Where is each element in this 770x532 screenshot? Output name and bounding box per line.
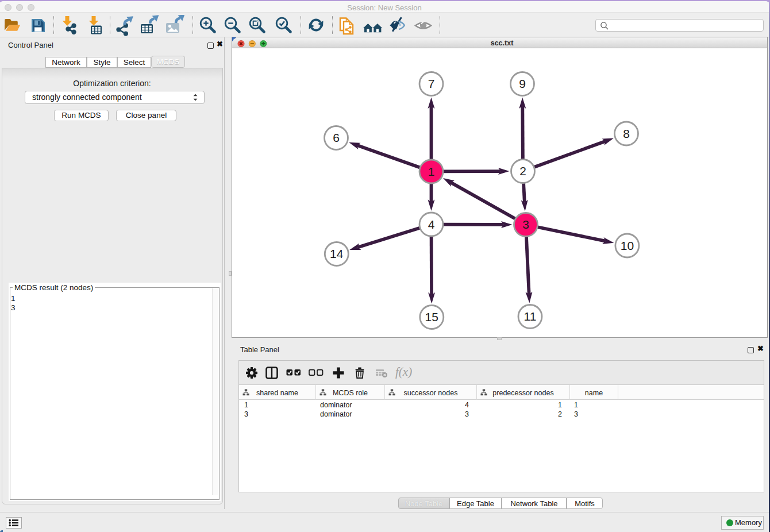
svg-text:14: 14 (330, 247, 344, 260)
svg-text:15: 15 (425, 310, 438, 323)
svg-text:2: 2 (519, 164, 526, 178)
svg-text:10: 10 (621, 239, 634, 252)
svg-text:3: 3 (522, 218, 529, 231)
svg-text:8: 8 (623, 127, 630, 140)
svg-text:9: 9 (519, 77, 526, 90)
svg-text:4: 4 (428, 218, 435, 231)
svg-text:7: 7 (428, 77, 435, 90)
svg-text:6: 6 (333, 131, 340, 144)
svg-text:11: 11 (524, 310, 537, 323)
svg-text:1: 1 (428, 165, 435, 178)
